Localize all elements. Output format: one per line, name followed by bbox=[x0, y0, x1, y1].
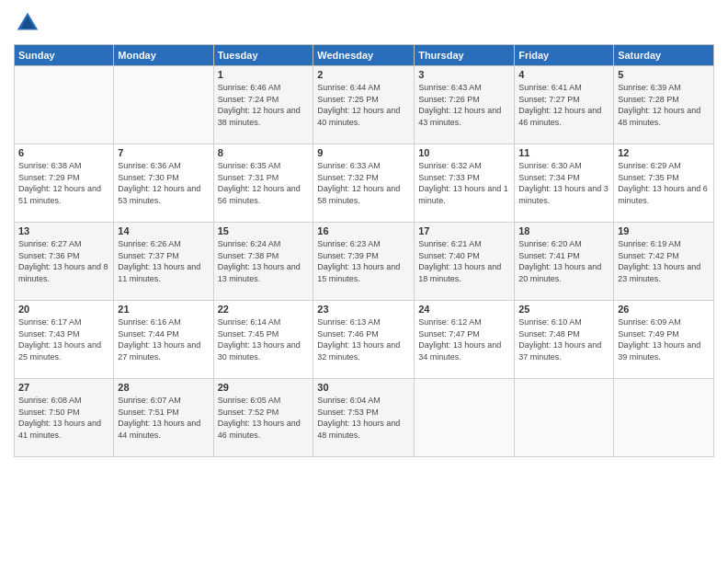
day-info: Sunrise: 6:12 AM Sunset: 7:47 PM Dayligh… bbox=[418, 316, 510, 362]
day-info: Sunrise: 6:44 AM Sunset: 7:25 PM Dayligh… bbox=[317, 82, 410, 128]
day-number: 6 bbox=[18, 147, 109, 158]
day-info: Sunrise: 6:16 AM Sunset: 7:44 PM Dayligh… bbox=[118, 316, 209, 362]
calendar-cell: 26Sunrise: 6:09 AM Sunset: 7:49 PM Dayli… bbox=[614, 301, 714, 379]
day-number: 20 bbox=[18, 304, 109, 315]
day-number: 17 bbox=[418, 225, 510, 236]
day-info: Sunrise: 6:14 AM Sunset: 7:45 PM Dayligh… bbox=[218, 316, 310, 362]
calendar-cell: 24Sunrise: 6:12 AM Sunset: 7:47 PM Dayli… bbox=[415, 301, 515, 379]
day-number: 2 bbox=[317, 69, 410, 80]
day-number: 10 bbox=[418, 147, 510, 158]
day-number: 7 bbox=[118, 147, 209, 158]
day-number: 25 bbox=[518, 304, 609, 315]
day-info: Sunrise: 6:07 AM Sunset: 7:51 PM Dayligh… bbox=[118, 395, 209, 441]
day-info: Sunrise: 6:29 AM Sunset: 7:35 PM Dayligh… bbox=[618, 160, 710, 206]
day-number: 16 bbox=[317, 225, 410, 236]
day-number: 22 bbox=[218, 304, 310, 315]
day-number: 26 bbox=[618, 304, 710, 315]
calendar-cell bbox=[415, 379, 515, 457]
day-number: 5 bbox=[618, 69, 710, 80]
day-number: 19 bbox=[618, 225, 710, 236]
day-info: Sunrise: 6:21 AM Sunset: 7:40 PM Dayligh… bbox=[418, 238, 510, 284]
calendar-cell: 15Sunrise: 6:24 AM Sunset: 7:38 PM Dayli… bbox=[213, 223, 313, 301]
calendar-week-row: 27Sunrise: 6:08 AM Sunset: 7:50 PM Dayli… bbox=[15, 379, 714, 457]
calendar-cell bbox=[614, 379, 714, 457]
day-number: 3 bbox=[418, 69, 510, 80]
header bbox=[14, 9, 714, 37]
day-info: Sunrise: 6:26 AM Sunset: 7:37 PM Dayligh… bbox=[118, 238, 209, 284]
calendar-week-row: 13Sunrise: 6:27 AM Sunset: 7:36 PM Dayli… bbox=[15, 223, 714, 301]
calendar-cell bbox=[515, 379, 614, 457]
calendar-cell: 10Sunrise: 6:32 AM Sunset: 7:33 PM Dayli… bbox=[415, 144, 515, 223]
day-info: Sunrise: 6:09 AM Sunset: 7:49 PM Dayligh… bbox=[618, 316, 710, 362]
calendar-cell: 23Sunrise: 6:13 AM Sunset: 7:46 PM Dayli… bbox=[313, 301, 415, 379]
calendar-cell: 14Sunrise: 6:26 AM Sunset: 7:37 PM Dayli… bbox=[114, 223, 213, 301]
day-info: Sunrise: 6:39 AM Sunset: 7:28 PM Dayligh… bbox=[618, 82, 710, 128]
calendar-cell: 12Sunrise: 6:29 AM Sunset: 7:35 PM Dayli… bbox=[614, 144, 714, 223]
calendar-cell: 25Sunrise: 6:10 AM Sunset: 7:48 PM Dayli… bbox=[515, 301, 614, 379]
day-info: Sunrise: 6:23 AM Sunset: 7:39 PM Dayligh… bbox=[317, 238, 410, 284]
day-number: 23 bbox=[317, 304, 410, 315]
day-info: Sunrise: 6:27 AM Sunset: 7:36 PM Dayligh… bbox=[18, 238, 109, 284]
day-info: Sunrise: 6:04 AM Sunset: 7:53 PM Dayligh… bbox=[317, 395, 410, 441]
page: SundayMondayTuesdayWednesdayThursdayFrid… bbox=[0, 0, 728, 563]
calendar-header-row: SundayMondayTuesdayWednesdayThursdayFrid… bbox=[15, 45, 714, 66]
calendar-cell: 5Sunrise: 6:39 AM Sunset: 7:28 PM Daylig… bbox=[614, 66, 714, 144]
day-info: Sunrise: 6:35 AM Sunset: 7:31 PM Dayligh… bbox=[218, 160, 310, 206]
day-number: 14 bbox=[118, 225, 209, 236]
day-info: Sunrise: 6:19 AM Sunset: 7:42 PM Dayligh… bbox=[618, 238, 710, 284]
calendar-cell: 2Sunrise: 6:44 AM Sunset: 7:25 PM Daylig… bbox=[313, 66, 415, 144]
day-number: 28 bbox=[118, 382, 209, 393]
calendar-cell: 4Sunrise: 6:41 AM Sunset: 7:27 PM Daylig… bbox=[515, 66, 614, 144]
calendar-week-row: 20Sunrise: 6:17 AM Sunset: 7:43 PM Dayli… bbox=[15, 301, 714, 379]
calendar-cell bbox=[15, 66, 114, 144]
calendar-cell: 30Sunrise: 6:04 AM Sunset: 7:53 PM Dayli… bbox=[313, 379, 415, 457]
calendar-week-row: 1Sunrise: 6:46 AM Sunset: 7:24 PM Daylig… bbox=[15, 66, 714, 144]
day-number: 1 bbox=[218, 69, 310, 80]
day-info: Sunrise: 6:38 AM Sunset: 7:29 PM Dayligh… bbox=[18, 160, 109, 206]
day-info: Sunrise: 6:41 AM Sunset: 7:27 PM Dayligh… bbox=[518, 82, 609, 128]
day-info: Sunrise: 6:20 AM Sunset: 7:41 PM Dayligh… bbox=[518, 238, 609, 284]
calendar-cell: 13Sunrise: 6:27 AM Sunset: 7:36 PM Dayli… bbox=[15, 223, 114, 301]
day-number: 4 bbox=[518, 69, 609, 80]
calendar-cell: 9Sunrise: 6:33 AM Sunset: 7:32 PM Daylig… bbox=[313, 144, 415, 223]
day-number: 18 bbox=[518, 225, 609, 236]
day-of-week-monday: Monday bbox=[114, 45, 213, 66]
day-info: Sunrise: 6:05 AM Sunset: 7:52 PM Dayligh… bbox=[218, 395, 310, 441]
calendar-cell: 18Sunrise: 6:20 AM Sunset: 7:41 PM Dayli… bbox=[515, 223, 614, 301]
day-info: Sunrise: 6:30 AM Sunset: 7:34 PM Dayligh… bbox=[518, 160, 609, 206]
day-of-week-sunday: Sunday bbox=[15, 45, 114, 66]
day-number: 27 bbox=[18, 382, 109, 393]
calendar-cell: 19Sunrise: 6:19 AM Sunset: 7:42 PM Dayli… bbox=[614, 223, 714, 301]
calendar-cell: 22Sunrise: 6:14 AM Sunset: 7:45 PM Dayli… bbox=[213, 301, 313, 379]
day-number: 8 bbox=[218, 147, 310, 158]
day-info: Sunrise: 6:46 AM Sunset: 7:24 PM Dayligh… bbox=[218, 82, 310, 128]
day-number: 30 bbox=[317, 382, 410, 393]
day-info: Sunrise: 6:13 AM Sunset: 7:46 PM Dayligh… bbox=[317, 316, 410, 362]
day-number: 12 bbox=[618, 147, 710, 158]
day-number: 29 bbox=[218, 382, 310, 393]
calendar-cell: 11Sunrise: 6:30 AM Sunset: 7:34 PM Dayli… bbox=[515, 144, 614, 223]
day-number: 13 bbox=[18, 225, 109, 236]
calendar-cell: 29Sunrise: 6:05 AM Sunset: 7:52 PM Dayli… bbox=[213, 379, 313, 457]
day-info: Sunrise: 6:08 AM Sunset: 7:50 PM Dayligh… bbox=[18, 395, 109, 441]
day-number: 11 bbox=[518, 147, 609, 158]
calendar-cell: 28Sunrise: 6:07 AM Sunset: 7:51 PM Dayli… bbox=[114, 379, 213, 457]
day-of-week-wednesday: Wednesday bbox=[313, 45, 415, 66]
day-info: Sunrise: 6:10 AM Sunset: 7:48 PM Dayligh… bbox=[518, 316, 609, 362]
day-info: Sunrise: 6:43 AM Sunset: 7:26 PM Dayligh… bbox=[418, 82, 510, 128]
day-info: Sunrise: 6:17 AM Sunset: 7:43 PM Dayligh… bbox=[18, 316, 109, 362]
day-of-week-tuesday: Tuesday bbox=[213, 45, 313, 66]
calendar-cell: 6Sunrise: 6:38 AM Sunset: 7:29 PM Daylig… bbox=[15, 144, 114, 223]
day-number: 15 bbox=[218, 225, 310, 236]
calendar-cell: 20Sunrise: 6:17 AM Sunset: 7:43 PM Dayli… bbox=[15, 301, 114, 379]
calendar-cell: 16Sunrise: 6:23 AM Sunset: 7:39 PM Dayli… bbox=[313, 223, 415, 301]
calendar-cell: 7Sunrise: 6:36 AM Sunset: 7:30 PM Daylig… bbox=[114, 144, 213, 223]
logo-icon bbox=[14, 9, 41, 37]
day-of-week-saturday: Saturday bbox=[614, 45, 714, 66]
day-number: 24 bbox=[418, 304, 510, 315]
day-info: Sunrise: 6:33 AM Sunset: 7:32 PM Dayligh… bbox=[317, 160, 410, 206]
calendar-cell: 17Sunrise: 6:21 AM Sunset: 7:40 PM Dayli… bbox=[415, 223, 515, 301]
day-info: Sunrise: 6:32 AM Sunset: 7:33 PM Dayligh… bbox=[418, 160, 510, 206]
calendar-cell: 27Sunrise: 6:08 AM Sunset: 7:50 PM Dayli… bbox=[15, 379, 114, 457]
calendar-week-row: 6Sunrise: 6:38 AM Sunset: 7:29 PM Daylig… bbox=[15, 144, 714, 223]
